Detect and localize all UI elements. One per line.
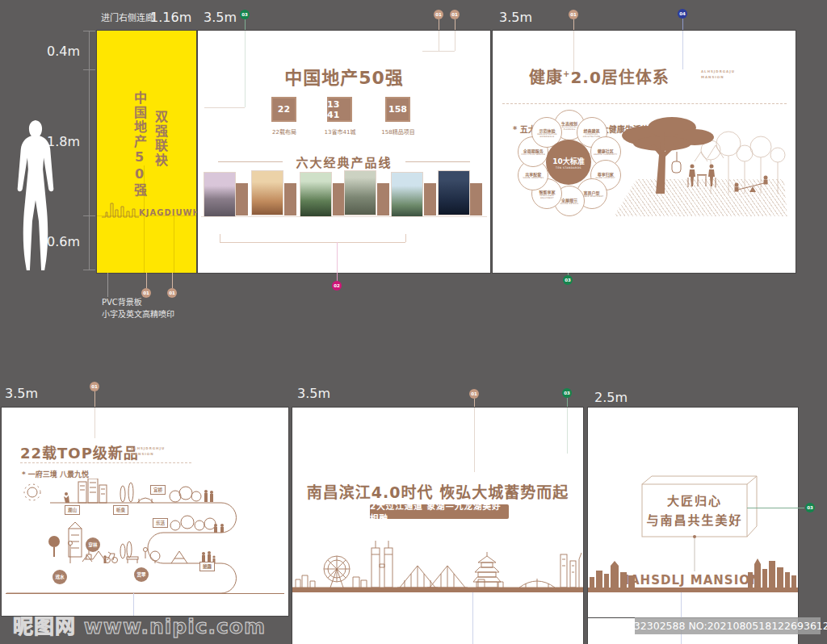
journey-tag-round: 赏翠 bbox=[134, 567, 149, 582]
journey-tag-rect: 乐活 bbox=[153, 518, 168, 528]
leader-line bbox=[245, 19, 246, 31]
panel-riverside: 南昌滨江4.0时代 恢弘大城蓄势而起 2大过江通道 象湖—九龙湖美好相融 bbox=[292, 408, 583, 644]
leader-line bbox=[455, 31, 455, 51]
leader-line bbox=[337, 242, 338, 273]
bracket-line bbox=[220, 234, 220, 242]
leader-line bbox=[682, 19, 683, 31]
leader-line bbox=[439, 19, 439, 31]
marker-badge-03: 03 bbox=[240, 10, 250, 19]
stat-value: 22 bbox=[271, 97, 296, 122]
product-strip-3 bbox=[333, 183, 345, 215]
marker-badge-03: 03 bbox=[805, 503, 815, 512]
stat-value: 158 bbox=[385, 97, 410, 122]
ruler-tick bbox=[83, 270, 95, 270]
divider bbox=[218, 161, 283, 162]
panel-health: 健康+2.0居住体系 ALHSJDRGAJU MANSION * 五大健康价值体… bbox=[493, 31, 796, 273]
yellow-headline-col1: 中国地产50强 bbox=[129, 91, 149, 200]
panel-title: 22载TOP级新品 bbox=[20, 441, 139, 462]
leader-line bbox=[455, 19, 455, 31]
wall-design-mockup: 进门右侧连廊 1.16m 3.5m 3.5m 03 01 01 01 04 0.… bbox=[0, 0, 827, 644]
marker-badge-02: 02 bbox=[332, 281, 342, 291]
seam-line bbox=[144, 215, 145, 273]
watermark-site: 昵图网 www.nipic.com bbox=[13, 610, 266, 639]
leader-line bbox=[567, 408, 568, 454]
leader-line bbox=[94, 391, 95, 408]
journey-tag-rect: 听泉 bbox=[113, 505, 128, 515]
leader-line bbox=[573, 19, 574, 31]
leader-line bbox=[172, 273, 173, 288]
width-label-b1: 3.5m bbox=[5, 386, 38, 401]
product-photo-2 bbox=[252, 171, 283, 215]
panel-top50: 中国地产50强 22 13 41 158 22载布局 13省市41城 158精品… bbox=[198, 31, 490, 273]
marker-badge-01: 01 bbox=[469, 389, 479, 399]
leader-line bbox=[107, 273, 108, 297]
journey-tag-rect: 观山 bbox=[65, 505, 80, 515]
panel-22top: 22载TOP级新品 ALHSJDRGHJU MANSION * 一府三境 八景九… bbox=[2, 408, 288, 616]
leader-line bbox=[204, 107, 245, 108]
product-strip-4 bbox=[377, 183, 389, 215]
ruler-label-04m: 0.4m bbox=[47, 44, 80, 59]
width-label-panel1: 3.5m bbox=[204, 10, 237, 25]
journey-tag-rect: 宜桥 bbox=[150, 485, 166, 495]
bullet-text: 一府三境 八景九悦 bbox=[28, 470, 89, 479]
note-line2: 小字及英文高精喷印 bbox=[102, 308, 174, 320]
yellow-headline-col2: 双强联袂 bbox=[150, 110, 170, 182]
city-skyline-illustration bbox=[292, 537, 583, 592]
product-photo-3 bbox=[300, 173, 331, 216]
dashed-divider bbox=[20, 462, 191, 463]
stat-label: 158精品项目 bbox=[366, 128, 430, 136]
product-strip-2 bbox=[284, 183, 296, 215]
product-strip-5 bbox=[424, 183, 436, 215]
title-english-line2: MANSION bbox=[701, 75, 724, 80]
title-english-line2: MANSION bbox=[131, 452, 154, 457]
leader-line bbox=[422, 51, 455, 52]
ruler-tick bbox=[83, 215, 95, 216]
product-photo-5 bbox=[392, 173, 422, 216]
journey-tag-rect: 憩趣 bbox=[199, 562, 215, 571]
standards-center-circle: 10大标准 TEN STANDARDS bbox=[546, 140, 591, 185]
ground-bar bbox=[292, 588, 583, 592]
marker-badge-01: 01 bbox=[569, 10, 578, 19]
production-note: PVC背景板 小字及英文高精喷印 bbox=[102, 296, 174, 320]
marker-badge-01: 01 bbox=[167, 288, 177, 298]
width-label-b2: 3.5m bbox=[297, 386, 330, 401]
stat-label: 22载布局 bbox=[252, 128, 317, 136]
width-label-panel2: 3.5m bbox=[499, 10, 532, 25]
seam-line bbox=[97, 215, 196, 216]
marker-badge-03: 03 bbox=[562, 388, 572, 398]
seam-line bbox=[174, 215, 174, 273]
product-photo-4 bbox=[345, 171, 376, 215]
marker-badge-01: 01 bbox=[450, 10, 460, 19]
leader-line bbox=[747, 508, 804, 508]
stat-label: 13省市41城 bbox=[308, 128, 372, 136]
leader-line bbox=[474, 408, 475, 472]
marker-badge-01: 01 bbox=[141, 288, 151, 298]
marker-badge-03: 03 bbox=[563, 275, 573, 285]
ground-line bbox=[201, 216, 487, 217]
corridor-value: 1.16m bbox=[150, 10, 191, 25]
watermark-id-bar: ID:32302588 NO:20210805181226936124 bbox=[635, 617, 821, 634]
ruler-tick bbox=[83, 69, 95, 70]
divider bbox=[405, 161, 470, 162]
banner-ribbon: 2大过江通道 象湖—九龙湖美好相融 bbox=[370, 504, 509, 519]
title-english-line1: ALHSJDRGAJU bbox=[701, 69, 735, 74]
width-label-b3: 2.5m bbox=[594, 390, 628, 405]
leader-line bbox=[94, 408, 95, 438]
mansion-slogan: 大匠归心 与南昌共生美好 bbox=[642, 484, 747, 537]
fold-line bbox=[472, 592, 473, 644]
product-strip-1 bbox=[236, 183, 248, 215]
seam-line bbox=[144, 165, 145, 215]
panel-mansion: 大匠归心 与南昌共生美好 IAHSDLJ MANSION bbox=[588, 408, 798, 644]
bracket-line bbox=[405, 234, 406, 242]
title-english-line1: ALHSJDRGHJU bbox=[131, 446, 165, 451]
leader-line bbox=[682, 31, 683, 69]
corridor-label: 进门右侧连廊 bbox=[101, 12, 154, 24]
panel-title: 南昌滨江4.0时代 恢弘大城蓄势而起 bbox=[292, 480, 583, 502]
product-photo-1 bbox=[204, 173, 235, 216]
yellow-entry-panel: 中国地产50强 双强联袂 KJAGDIUWH bbox=[97, 31, 196, 273]
leader-line bbox=[474, 399, 475, 408]
panel-title: 中国地产50强 bbox=[198, 63, 490, 89]
height-ruler bbox=[89, 31, 90, 270]
park-illustration bbox=[614, 113, 796, 218]
product-strip-6 bbox=[470, 183, 482, 215]
